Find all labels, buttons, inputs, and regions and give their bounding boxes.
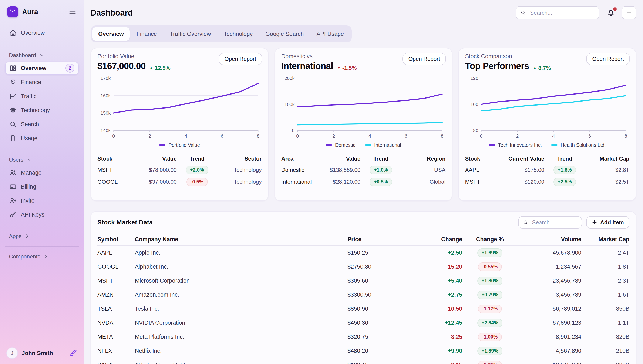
sidebar-item-label: API Keys xyxy=(21,212,45,218)
column-header-symbol: Symbol xyxy=(97,236,135,243)
market-table-row-tsla[interactable]: TSLATesla Inc.$850.90-10.50-1.17%56,789,… xyxy=(97,302,629,316)
card-table-row: MSFT$120.00+2.5%$2.5T xyxy=(465,176,629,188)
market-header: Stock Market Data Add Item xyxy=(97,216,629,228)
price-cell: $450.30 xyxy=(347,320,411,326)
card-table-header: StockValueTrendSector xyxy=(97,154,262,164)
market-table-row-nflx[interactable]: NFLXNetflix Inc.$480.20+9.90+1.89%4,567,… xyxy=(97,344,629,358)
sidebar-item-label: Manage xyxy=(21,170,42,176)
market-table-row-aapl[interactable]: AAPLApple Inc.$150.25+2.50+1.69%45,678,9… xyxy=(97,246,629,260)
trend-pill: +0.5% xyxy=(369,178,392,186)
sidebar-sections: DashboardOverview2FinanceTrafficTechnolo… xyxy=(5,40,79,262)
market-table-row-msft[interactable]: MSFTMicrosoft Corporation$305.60+5.40+1.… xyxy=(97,274,629,288)
market-table-row-baba[interactable]: BABAAlibaba Group Holding$120.45-2.15-1.… xyxy=(97,358,629,364)
tab-finance[interactable]: Finance xyxy=(131,27,163,41)
sidebar-item-technology[interactable]: Technology xyxy=(5,104,79,117)
market-search-input[interactable] xyxy=(531,219,577,226)
svg-text:8: 8 xyxy=(625,133,627,139)
search-icon xyxy=(523,220,528,225)
open-report-button[interactable]: Open Report xyxy=(402,53,446,65)
sidebar-item-traffic[interactable]: Traffic xyxy=(5,90,79,103)
delta-value: -1.5% xyxy=(342,65,357,71)
search-icon xyxy=(9,121,17,128)
market-table-row-googl[interactable]: GOOGLAlphabet Inc.$2750.80-15.20-0.55%1,… xyxy=(97,260,629,274)
sidebar-item-manage[interactable]: Manage xyxy=(5,166,79,179)
card-delta: ▲12.5% xyxy=(149,65,170,71)
volume-cell: 12,345,678 xyxy=(518,362,581,364)
company-cell: Microsoft Corporation xyxy=(135,278,347,284)
stat-card-domestic-vs: Domestic vsInternational▼-1.5%Open Repor… xyxy=(275,48,453,201)
sidebar-section-toggle-dashboard[interactable]: Dashboard xyxy=(5,50,79,61)
change-cell: +12.45 xyxy=(411,320,462,326)
svg-text:2: 2 xyxy=(516,133,519,139)
change-cell: +9.90 xyxy=(411,348,462,354)
legend-label: Health Solutions Ltd. xyxy=(560,142,605,148)
company-cell: Meta Platforms Inc. xyxy=(135,334,347,340)
home-icon xyxy=(9,29,17,36)
tab-google-search[interactable]: Google Search xyxy=(259,27,310,41)
sidebar-item-finance[interactable]: Finance xyxy=(5,76,79,89)
search-input[interactable] xyxy=(529,9,594,16)
card-headline: $167,000.00 xyxy=(97,61,146,71)
user-menu[interactable]: J John Smith xyxy=(5,346,79,359)
market-table-row-amzn[interactable]: AMZNAmazon.com Inc.$3300.50+2.75+0.79%3,… xyxy=(97,288,629,302)
change-pct-pill: +1.89% xyxy=(477,346,503,355)
notifications-bell-icon[interactable] xyxy=(606,8,615,17)
row-extra: Technology xyxy=(218,178,262,185)
line-chart: 8010012002468 xyxy=(465,75,629,141)
sidebar-section-toggle-components[interactable]: Components xyxy=(5,251,79,262)
sidebar-item-overview[interactable]: Overview xyxy=(5,26,79,40)
tab-technology[interactable]: Technology xyxy=(218,27,259,41)
legend-item-tech-innovators-inc: Tech Innovators Inc. xyxy=(489,142,542,148)
change-pct-pill: -1.00% xyxy=(478,332,502,341)
sidebar-item-overview[interactable]: Overview2 xyxy=(5,62,79,75)
change-cell: +5.40 xyxy=(411,278,462,284)
sidebar-section-apps: Apps xyxy=(5,226,79,242)
tab-api-usage[interactable]: API Usage xyxy=(310,27,350,41)
sidebar-item-search[interactable]: Search xyxy=(5,118,79,131)
column-header-volume: Volume xyxy=(518,236,581,243)
hamburger-menu-icon[interactable] xyxy=(69,8,77,16)
card-table-row: AAPL$175.00+1.8%$2.8T xyxy=(465,164,629,176)
column-header: Area xyxy=(281,156,319,162)
open-report-button[interactable]: Open Report xyxy=(219,53,262,65)
market-cap-cell: 1.8T xyxy=(581,264,629,270)
market-table-row-meta[interactable]: METAMeta Platforms Inc.$320.75-3.25-1.00… xyxy=(97,330,629,344)
tab-traffic-overview[interactable]: Traffic Overview xyxy=(164,27,217,41)
svg-text:0: 0 xyxy=(480,133,483,139)
legend-label: Portfolio Value xyxy=(168,142,200,148)
paintbrush-icon[interactable] xyxy=(70,349,77,357)
create-new-button[interactable] xyxy=(622,6,636,19)
dashboard-tabs: OverviewFinanceTraffic OverviewTechnolog… xyxy=(91,26,352,42)
global-search[interactable] xyxy=(516,6,599,19)
stock-market-data-card: Stock Market Data Add Item SymbolCompany… xyxy=(91,211,636,364)
card-headline: Top Performers xyxy=(465,61,529,71)
open-report-button[interactable]: Open Report xyxy=(586,53,630,65)
card-table: StockValueTrendSectorMSFT$78,000.00+2.0%… xyxy=(97,154,262,188)
row-extra: $2.5T xyxy=(585,178,629,185)
sidebar-section-toggle-apps[interactable]: Apps xyxy=(5,231,79,242)
sidebar-item-invite[interactable]: Invite xyxy=(5,194,79,207)
add-item-button[interactable]: Add Item xyxy=(586,216,629,228)
row-value: $28,120.00 xyxy=(319,178,361,185)
sidebar-item-billing[interactable]: Billing xyxy=(5,180,79,193)
chart-legend: DomesticInternational xyxy=(281,142,446,148)
column-header: Sector xyxy=(218,156,262,162)
market-table-row-nvda[interactable]: NVDANVIDIA Corporation$450.30+12.45+2.84… xyxy=(97,316,629,330)
volume-cell: 23,456,789 xyxy=(518,278,581,284)
chart-legend: Tech Innovators Inc.Health Solutions Ltd… xyxy=(465,142,629,148)
sidebar-item-usage[interactable]: Usage xyxy=(5,132,79,145)
market-search[interactable] xyxy=(518,216,582,228)
chevron-down-icon xyxy=(26,157,32,162)
row-extra: $2.8T xyxy=(585,167,629,173)
legend-swatch xyxy=(551,144,557,146)
market-cap-cell: 820B xyxy=(581,334,629,340)
sidebar-item-api-keys[interactable]: API Keys xyxy=(5,208,79,221)
sidebar-section-toggle-users[interactable]: Users xyxy=(5,154,79,165)
change-pct-pill: +0.79% xyxy=(477,290,503,299)
svg-text:170k: 170k xyxy=(101,76,111,81)
column-header-change: Change % xyxy=(462,236,518,243)
trend-pill: +2.0% xyxy=(186,166,208,174)
legend-label: Tech Innovators Inc. xyxy=(498,142,542,148)
notification-dot xyxy=(613,8,617,11)
tab-overview[interactable]: Overview xyxy=(92,27,130,41)
